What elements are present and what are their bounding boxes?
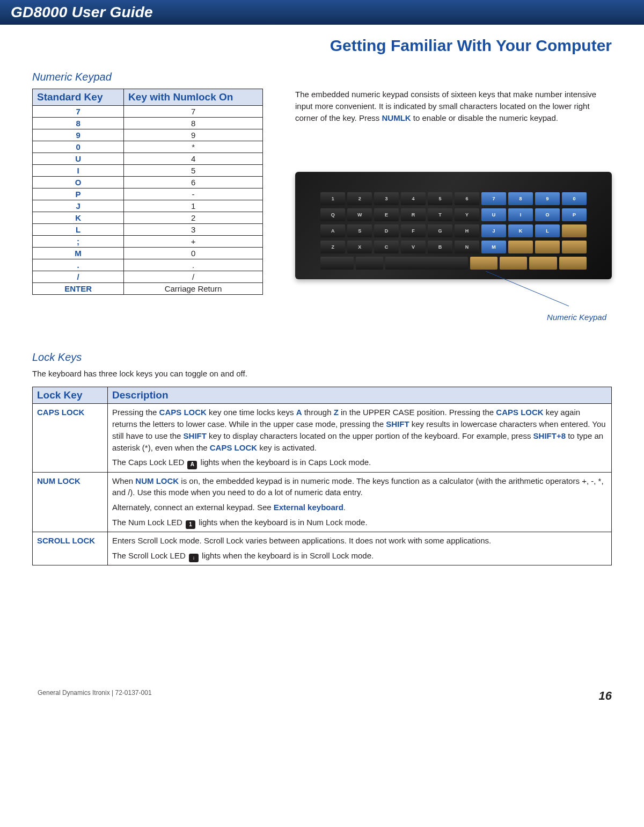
standard-key-cell: M <box>33 248 124 259</box>
col-standard-key: Standard Key <box>33 89 124 106</box>
col-description: Description <box>108 387 612 404</box>
doc-title: GD8000 User Guide <box>11 4 153 21</box>
table-row: ;+ <box>33 236 263 248</box>
scroll-desc-2: The Scroll Lock LED ↓ lights when the ke… <box>112 550 607 562</box>
numlock-key-cell: 1 <box>124 200 263 212</box>
num-desc-1: When NUM LOCK is on, the embedded keypad… <box>112 475 607 499</box>
standard-key-cell: L <box>33 224 124 236</box>
subhead-numeric-keypad: Numeric Keypad <box>32 71 612 83</box>
text: When <box>112 476 135 485</box>
standard-key-cell: K <box>33 212 124 224</box>
numlock-key-cell: 6 <box>124 177 263 188</box>
numlock-key-cell: 7 <box>124 106 263 118</box>
table-row: ENTERCarriage Return <box>33 283 263 295</box>
numlock-key-cell: / <box>124 271 263 283</box>
keypad-table-col: Standard Key Key with Numlock On 7788990… <box>32 89 263 295</box>
table-row: O6 <box>33 177 263 188</box>
numlock-key-cell: 4 <box>124 153 263 165</box>
numlock-key-cell: - <box>124 188 263 200</box>
key-shift: SHIFT <box>184 431 207 440</box>
table-row: // <box>33 271 263 283</box>
text: lights when the keyboard is in Caps Lock… <box>201 458 371 467</box>
row-caps-lock: CAPS LOCK Pressing the CAPS LOCK key one… <box>33 404 612 472</box>
text: to enable or disable the numeric keypad. <box>413 113 558 122</box>
keyboard-caption: Numeric Keypad <box>295 313 612 322</box>
keypad-right-col: The embedded numeric keypad consists of … <box>295 89 612 322</box>
lockkey-name: NUM LOCK <box>33 472 108 532</box>
standard-key-cell: ENTER <box>33 283 124 295</box>
num-desc-3: The Num Lock LED 1 lights when the keybo… <box>112 517 607 529</box>
table-row: P- <box>33 188 263 200</box>
chapter-title: Getting Familiar With Your Computer <box>32 37 612 55</box>
caps-desc-1: Pressing the CAPS LOCK key one time lock… <box>112 407 607 453</box>
key-z: Z <box>334 408 339 417</box>
text: The Num Lock LED <box>112 518 185 527</box>
key-num-lock: NUM LOCK <box>135 476 179 485</box>
keypad-table: Standard Key Key with Numlock On 7788990… <box>32 89 263 295</box>
key-a: A <box>296 408 302 417</box>
text: is on, the embedded keypad is in numeric… <box>112 476 604 497</box>
keypad-paragraph: The embedded numeric keypad consists of … <box>295 89 612 124</box>
num-desc-2: Alternately, connect an external keypad.… <box>112 502 607 513</box>
numlock-key-cell: 0 <box>124 248 263 259</box>
table-row: 77 <box>33 106 263 118</box>
text: Pressing the <box>112 408 159 417</box>
text: through <box>304 408 334 417</box>
standard-key-cell: O <box>33 177 124 188</box>
num-lock-led-icon: 1 <box>186 520 195 529</box>
row-num-lock: NUM LOCK When NUM LOCK is on, the embedd… <box>33 472 612 532</box>
caps-lock-led-icon: A <box>187 461 197 469</box>
page-number: 16 <box>599 689 612 703</box>
numlock-key-cell: 8 <box>124 118 263 129</box>
lockkey-name: CAPS LOCK <box>33 404 108 472</box>
standard-key-cell: / <box>33 271 124 283</box>
table-row: I5 <box>33 165 263 177</box>
text: key is activated. <box>259 443 317 452</box>
svg-line-0 <box>486 271 569 306</box>
numlock-key-cell: * <box>124 141 263 153</box>
table-row: J1 <box>33 200 263 212</box>
standard-key-cell: 7 <box>33 106 124 118</box>
text: The Caps Lock LED <box>112 458 186 467</box>
numlock-key-cell: . <box>124 259 263 271</box>
numlock-key-cell: 5 <box>124 165 263 177</box>
standard-key-cell: I <box>33 165 124 177</box>
key-shift-8: SHIFT+8 <box>533 431 566 440</box>
standard-key-cell: 9 <box>33 129 124 141</box>
table-row: 0* <box>33 141 263 153</box>
page-body: Getting Familiar With Your Computer Nume… <box>0 25 644 582</box>
text: . <box>343 503 346 512</box>
lock-keys-table: Lock Key Description CAPS LOCK Pressing … <box>32 387 612 565</box>
standard-key-cell: U <box>33 153 124 165</box>
key-caps-lock: CAPS LOCK <box>496 408 543 417</box>
col-numlock-key: Key with Numlock On <box>124 89 263 106</box>
footer-left: General Dynamics Itronix | 72-0137-001 <box>38 689 152 703</box>
text: lights when the keyboard is in Num Lock … <box>199 518 367 527</box>
text: key to display characters located on the… <box>209 431 533 440</box>
callout-line <box>483 271 580 309</box>
key-shift: SHIFT <box>386 419 409 429</box>
col-lock-key: Lock Key <box>33 387 108 404</box>
text: lights when the keyboard is in Scroll Lo… <box>202 551 374 560</box>
standard-key-cell: 0 <box>33 141 124 153</box>
standard-key-cell: 8 <box>33 118 124 129</box>
caps-desc-2: The Caps Lock LED A lights when the keyb… <box>112 456 607 469</box>
table-row: .. <box>33 259 263 271</box>
standard-key-cell: ; <box>33 236 124 248</box>
subhead-lock-keys: Lock Keys <box>32 351 612 364</box>
header-bar: GD8000 User Guide <box>0 0 644 25</box>
scroll-desc-1: Enters Scroll Lock mode. Scroll Lock var… <box>112 535 607 547</box>
scroll-lock-led-icon: ↓ <box>189 554 199 562</box>
key-caps-lock: CAPS LOCK <box>210 443 257 452</box>
table-row: 99 <box>33 129 263 141</box>
row-scroll-lock: SCROLL LOCK Enters Scroll Lock mode. Scr… <box>33 532 612 565</box>
standard-key-cell: J <box>33 200 124 212</box>
standard-key-cell: P <box>33 188 124 200</box>
numlock-key-cell: 3 <box>124 224 263 236</box>
text: key one time locks keys <box>209 408 296 417</box>
numlock-key-cell: 9 <box>124 129 263 141</box>
lock-keys-intro: The keyboard has three lock keys you can… <box>32 369 612 378</box>
table-row: 88 <box>33 118 263 129</box>
key-caps-lock: CAPS LOCK <box>159 408 207 417</box>
numlock-key-cell: 2 <box>124 212 263 224</box>
